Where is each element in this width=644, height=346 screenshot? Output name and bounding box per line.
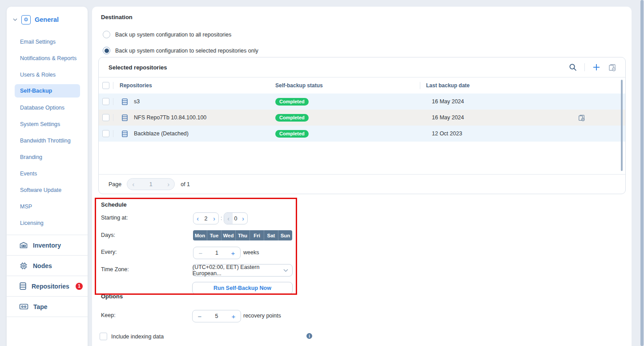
run-self-backup-button[interactable]: Run Self-Backup Now (192, 282, 293, 294)
day-button-mon[interactable]: Mon (193, 230, 207, 240)
time-separator: : (221, 215, 222, 221)
search-icon[interactable] (569, 63, 577, 71)
sidebar-item-email-settings[interactable]: Email Settings (7, 33, 88, 50)
keep-increment-icon[interactable]: + (226, 313, 241, 320)
every-increment-icon[interactable]: + (226, 250, 240, 256)
sidebar-item-branding[interactable]: Branding (7, 149, 88, 165)
column-last-backup-date[interactable]: Last backup date (420, 82, 625, 89)
minute-value[interactable]: 0 (233, 216, 239, 222)
day-button-thu[interactable]: Thu (236, 230, 250, 240)
column-repositories[interactable]: Repositories (113, 82, 267, 89)
radio-selected-icon[interactable] (103, 47, 110, 54)
nodes-icon (19, 261, 28, 270)
radio-all-repositories[interactable]: Back up system configuration to all repo… (103, 31, 231, 38)
repository-icon (121, 114, 128, 122)
starting-at-label: Starting at: (101, 215, 128, 221)
row-detach-icon[interactable] (578, 114, 585, 122)
day-button-fri[interactable]: Fri (250, 230, 264, 240)
day-button-sat[interactable]: Sat (264, 230, 278, 240)
schedule-heading: Schedule (101, 201, 127, 208)
detach-icon[interactable] (608, 63, 616, 72)
keep-decrement-icon[interactable]: − (193, 313, 207, 320)
sidebar-item-software-update[interactable]: Software Update (7, 182, 88, 198)
sidebar-item-system-settings[interactable]: System Settings (7, 116, 88, 132)
radio-label: Back up system configuration to selected… (115, 48, 258, 54)
next-page-icon[interactable]: › (167, 181, 169, 187)
include-indexing-checkbox[interactable] (100, 333, 107, 340)
days-selector: Mon Tue Wed Thu Fri Sat Sun (193, 230, 292, 240)
table-header-row: Repositories Self-backup status Last bac… (99, 77, 625, 94)
prev-page-icon[interactable]: ‹ (132, 181, 134, 187)
keep-value[interactable]: 5 (207, 313, 226, 319)
sidebar-item-msp[interactable]: MSP (7, 198, 88, 215)
sidebar-item-tape[interactable]: Tape (7, 296, 88, 317)
hour-value[interactable]: 2 (202, 216, 210, 222)
selected-repositories-panel: Selected repositories (98, 57, 626, 194)
sidebar-item-database-options[interactable]: Database Options (7, 99, 88, 116)
include-indexing-checkbox-row[interactable]: Include indexing data (100, 333, 164, 340)
table-row[interactable]: NFS Repo7Tb 10.84.100.100 Completed 16 M… (99, 110, 625, 126)
hour-decrement-icon[interactable]: ‹ (193, 213, 202, 224)
include-indexing-label: Include indexing data (111, 334, 164, 340)
select-all-checkbox[interactable] (102, 82, 109, 89)
column-status[interactable]: Self-backup status (267, 82, 420, 89)
sidebar-general-items: Email Settings Notifications & Reports U… (7, 31, 88, 235)
sidebar-item-notifications-reports[interactable]: Notifications & Reports (7, 50, 88, 66)
page-scrollbar[interactable] (640, 0, 644, 346)
last-backup-date: 12 Oct 2023 (420, 130, 625, 137)
sidebar: ⚙ General Email Settings Notifications &… (7, 7, 88, 346)
self-backup-settings-page: ⚙ General Email Settings Notifications &… (0, 0, 644, 346)
keep-stepper: − 5 + (192, 310, 241, 322)
day-button-tue[interactable]: Tue (207, 230, 221, 240)
repository-icon (121, 130, 128, 138)
page-label: Page (109, 181, 121, 187)
row-checkbox[interactable] (102, 98, 109, 105)
panel-footer: Page ‹ 1 › of 1 (99, 174, 625, 194)
minute-increment-icon[interactable]: › (239, 213, 247, 224)
add-icon[interactable] (592, 63, 600, 71)
table-row[interactable]: s3 Completed 16 May 2024 (99, 94, 625, 110)
every-decrement-icon[interactable]: − (193, 250, 208, 256)
timezone-select[interactable]: (UTC+02:00, EET) Eastern European... (192, 264, 293, 277)
sidebar-section-label: Inventory (33, 242, 61, 249)
sidebar-group-label: General (35, 16, 59, 23)
sidebar-group-general[interactable]: ⚙ General (7, 7, 88, 31)
sidebar-item-nodes[interactable]: Nodes (7, 255, 88, 276)
repositories-alert-badge: 1 (76, 283, 83, 290)
sidebar-divider (7, 317, 88, 317)
day-button-wed[interactable]: Wed (221, 230, 236, 240)
page-total: of 1 (181, 181, 190, 187)
current-page: 1 (149, 181, 153, 187)
keep-label: Keep: (101, 312, 116, 318)
chevron-down-icon (13, 18, 17, 21)
radio-icon[interactable] (103, 31, 110, 38)
info-icon[interactable]: i (306, 333, 312, 339)
sidebar-item-repositories[interactable]: Repositories 1 (7, 276, 88, 296)
every-value[interactable]: 1 (208, 250, 226, 256)
sidebar-item-licensing[interactable]: Licensing (7, 215, 88, 231)
timezone-value: (UTC+02:00, EET) Eastern European... (193, 264, 292, 277)
day-button-sun[interactable]: Sun (278, 230, 292, 240)
sidebar-item-bandwidth-throttling[interactable]: Bandwidth Throttling (7, 132, 88, 149)
timezone-label: Time Zone: (101, 266, 129, 273)
last-backup-date: 16 May 2024 (420, 114, 578, 121)
hour-increment-icon[interactable]: › (210, 213, 218, 224)
tape-icon (19, 303, 28, 310)
panel-title: Selected repositories (109, 64, 167, 71)
sidebar-item-self-backup[interactable]: Self-Backup (15, 84, 80, 98)
sidebar-item-users-roles[interactable]: Users & Roles (7, 66, 88, 83)
minute-spinner: ‹ 0 › (224, 212, 248, 224)
sidebar-item-inventory[interactable]: Inventory (7, 235, 88, 255)
minute-decrement-icon[interactable]: ‹ (224, 213, 233, 224)
every-stepper: − 1 + (193, 247, 241, 259)
status-badge: Completed (275, 114, 309, 122)
repository-name: NFS Repo7Tb 10.84.100.100 (134, 114, 206, 121)
toolbar-divider (584, 63, 585, 71)
row-checkbox[interactable] (102, 114, 109, 121)
sidebar-item-events[interactable]: Events (7, 165, 88, 182)
radio-selected-repositories[interactable]: Back up system configuration to selected… (103, 47, 258, 54)
repository-icon (121, 98, 128, 106)
row-checkbox[interactable] (102, 130, 109, 137)
table-row[interactable]: Backblaze (Detached) Completed 12 Oct 20… (99, 126, 625, 142)
table-scrollbar[interactable] (621, 80, 623, 171)
